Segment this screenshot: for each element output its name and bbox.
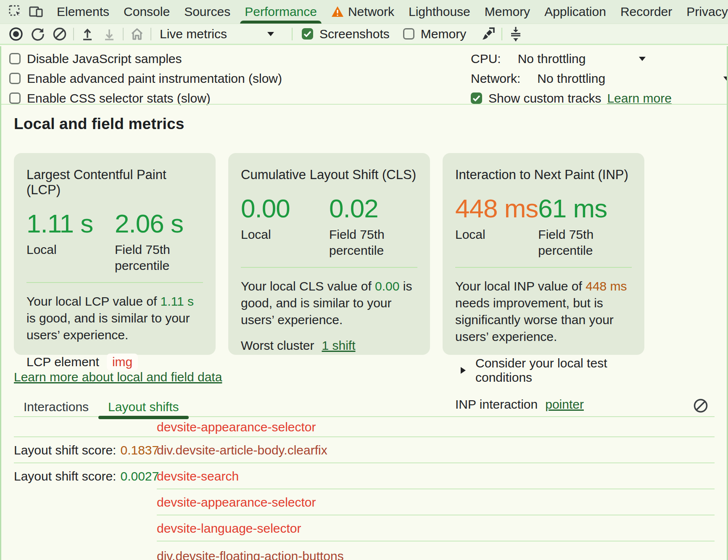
table-row[interactable]: div.devsite-floating-action-buttons (14, 542, 715, 560)
cls-card-title: Cumulative Layout Shift (CLS) (241, 167, 417, 182)
lcp-element-label: LCP element (26, 355, 99, 369)
score-label: Layout shift score: (14, 469, 116, 483)
score-value: 0.1837 (120, 443, 159, 457)
cls-card: Cumulative Layout Shift (CLS) 0.00 Local… (228, 153, 430, 355)
card-divider (241, 267, 417, 268)
tab-interactions[interactable]: Interactions (14, 397, 98, 417)
element-link[interactable]: devsite-language-selector (157, 521, 301, 536)
tab-layout-shifts[interactable]: Layout shifts (98, 397, 188, 417)
tab-memory[interactable]: Memory (477, 0, 537, 24)
element-link[interactable]: devsite-search (157, 469, 239, 483)
table-row[interactable]: devsite-appearance-selector (14, 417, 715, 437)
lcp-field-label: Field 75th percentile (115, 242, 203, 274)
cls-field-label: Field 75th percentile (329, 227, 417, 259)
cls-field-value: 0.02 (329, 193, 417, 223)
metric-cards: Largest Contentful Paint (LCP) 1.11 s Lo… (14, 153, 728, 355)
toolbar-divider (150, 28, 151, 40)
inp-card: Interaction to Next Paint (INP) 448 ms L… (443, 153, 644, 355)
home-icon[interactable] (126, 25, 148, 43)
score-value: 0.0027 (120, 469, 159, 483)
disclosure-triangle-icon (460, 367, 466, 374)
lcp-local-label: Local (26, 242, 115, 258)
toolbar-divider (292, 28, 293, 40)
show-custom-tracks-checkbox[interactable]: Show custom tracks (471, 91, 601, 106)
local-field-data-learn-more-link[interactable]: Learn more about local and field data (14, 370, 222, 384)
devtools-tabbar: Elements Console Sources Performance Net… (0, 0, 728, 24)
screenshots-checkbox[interactable]: Screenshots (302, 27, 390, 41)
layout-shifts-table: devsite-appearance-selector Layout shift… (14, 417, 715, 560)
cpu-throttling-select[interactable]: CPU: No throttling (471, 49, 728, 69)
capture-settings: Disable JavaScript samples Enable advanc… (0, 46, 728, 104)
advanced-paint-checkbox[interactable]: Enable advanced paint instrumentation (s… (9, 69, 282, 88)
toolbar-divider (123, 28, 124, 40)
inp-local-label: Local (455, 227, 538, 243)
element-link[interactable]: devsite-appearance-selector (157, 420, 316, 434)
inspect-icon[interactable] (8, 5, 23, 19)
memory-checkbox[interactable]: Memory (403, 27, 466, 41)
lcp-local-value: 1.11 s (26, 209, 115, 238)
inp-description: Your local INP value of 448 ms needs imp… (455, 278, 632, 345)
score-label: Layout shift score: (14, 443, 116, 457)
lcp-element-chip[interactable]: img (107, 354, 138, 370)
checkmark-icon (302, 28, 313, 40)
live-metrics-select[interactable]: Live metrics (160, 27, 227, 41)
local-test-conditions-disclosure[interactable]: Consider your local test conditions (455, 356, 632, 385)
table-row[interactable]: Layout shift score: 0.0027 devsite-searc… (14, 463, 715, 489)
lcp-field-value: 2.06 s (115, 209, 203, 238)
tab-recorder[interactable]: Recorder (613, 0, 679, 24)
table-row[interactable]: devsite-appearance-selector (14, 489, 715, 515)
device-toolbar-icon[interactable] (29, 5, 44, 19)
chevron-down-icon (638, 56, 646, 61)
custom-tracks-learn-more-link[interactable]: Learn more (607, 91, 671, 106)
element-link[interactable]: devsite-appearance-selector (157, 495, 316, 510)
element-link[interactable]: div.devsite-floating-action-buttons (157, 549, 344, 560)
reload-icon[interactable] (27, 25, 49, 43)
lcp-description: Your local LCP value of 1.11 s is good, … (26, 293, 203, 343)
lcp-card-title: Largest Contentful Paint (LCP) (26, 167, 203, 198)
collapse-icon[interactable] (505, 25, 527, 43)
tab-privacy-sandbox[interactable]: Privacy Sandbox (679, 0, 728, 24)
logs-subtabs: Interactions Layout shifts (14, 397, 715, 417)
table-row[interactable]: devsite-language-selector (14, 515, 715, 542)
performance-toolbar: Live metrics Screenshots Memory (0, 24, 728, 45)
tab-console[interactable]: Console (116, 0, 177, 24)
cls-local-label: Local (241, 227, 329, 243)
tab-network[interactable]: Network (324, 0, 401, 24)
gc-brush-icon[interactable] (477, 25, 499, 43)
table-row[interactable]: Layout shift score: 0.1837 div.devsite-a… (14, 437, 715, 463)
record-icon[interactable] (5, 25, 27, 43)
disable-js-samples-checkbox[interactable]: Disable JavaScript samples (9, 49, 282, 69)
download-icon[interactable] (98, 25, 120, 43)
tab-lighthouse[interactable]: Lighthouse (401, 0, 477, 24)
tab-application[interactable]: Application (537, 0, 613, 24)
network-throttling-select[interactable]: Network: No throttling (471, 69, 728, 88)
card-divider (455, 267, 632, 268)
inp-card-title: Interaction to Next Paint (INP) (455, 167, 632, 182)
clear-icon[interactable] (49, 25, 71, 43)
devtools-performance-panel: Elements Console Sources Performance Net… (0, 0, 728, 560)
lcp-card: Largest Contentful Paint (LCP) 1.11 s Lo… (14, 153, 216, 355)
card-divider (26, 282, 203, 283)
toolbar-divider (501, 28, 502, 40)
live-metrics-view: Local and field metrics Largest Contentf… (0, 105, 728, 560)
panel-left-border (0, 46, 1, 560)
block-icon[interactable] (693, 398, 709, 414)
warning-icon (331, 6, 344, 18)
upload-icon[interactable] (76, 25, 98, 43)
chevron-down-icon[interactable] (260, 25, 282, 43)
page-title: Local and field metrics (14, 115, 728, 133)
cls-description: Your local CLS value of 0.00 is good, an… (241, 278, 417, 328)
inp-local-value: 448 ms (455, 193, 538, 223)
tab-elements[interactable]: Elements (50, 0, 116, 24)
cls-local-value: 0.00 (241, 193, 329, 223)
inp-field-value: 61 ms (538, 193, 632, 223)
inp-field-label: Field 75th percentile (538, 227, 626, 259)
tab-performance[interactable]: Performance (237, 0, 324, 24)
toolbar-divider (73, 28, 74, 40)
worst-cluster-link[interactable]: 1 shift (322, 338, 355, 353)
tab-sources[interactable]: Sources (177, 0, 237, 24)
element-link[interactable]: div.devsite-article-body.clearfix (157, 443, 327, 457)
worst-cluster-label: Worst cluster (241, 338, 314, 353)
checkmark-icon (471, 92, 482, 104)
